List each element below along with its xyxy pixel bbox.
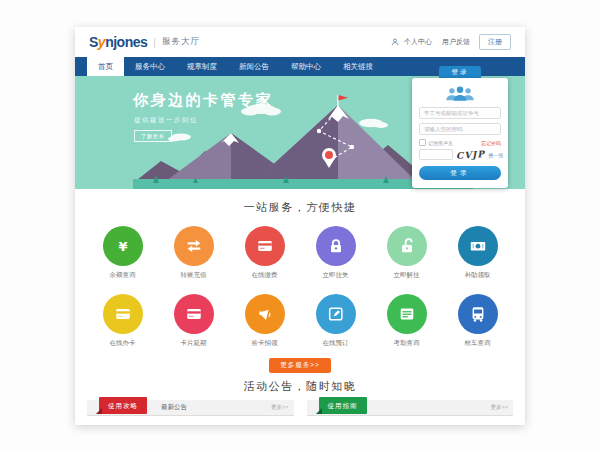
service-label: 在线缴费: [229, 271, 300, 280]
card-icon: [103, 294, 143, 334]
tab-latest-announcements[interactable]: 最新公告: [161, 403, 187, 412]
captcha-image[interactable]: CVJP: [456, 148, 486, 160]
captcha-input[interactable]: [419, 149, 453, 160]
right-more-link[interactable]: 更多>>: [491, 404, 513, 411]
service-item-10[interactable]: 考勤查询: [371, 285, 442, 353]
service-item-1[interactable]: 转账充值: [158, 217, 229, 285]
nav-item-0[interactable]: 首页: [87, 57, 124, 76]
right-tabbar: 使用指南 更多>>: [307, 400, 514, 416]
login-tab[interactable]: 登录: [439, 66, 481, 78]
service-item-8[interactable]: 捡卡招领: [229, 285, 300, 353]
forgot-password-link[interactable]: 忘记密码: [481, 140, 501, 146]
megaphone-icon: [245, 294, 285, 334]
service-label: 考勤查询: [371, 339, 442, 348]
services-title: 一站服务，方便快捷: [75, 200, 525, 215]
left-more-link[interactable]: 更多>>: [271, 404, 293, 411]
login-card: 记住用户名 忘记密码 CVJP 换一张 登录: [412, 78, 508, 188]
yuan-icon: ¥: [103, 226, 143, 266]
user-feedback-link[interactable]: 用户反馈: [442, 37, 470, 47]
service-label: 在线预订: [300, 339, 371, 348]
bus-icon: [458, 294, 498, 334]
services-grid: ¥余额查询转账充值在线缴费立即挂失立即解挂补助领取在线办卡卡片延期捡卡招领在线预…: [87, 217, 513, 353]
service-label: 余额查询: [87, 271, 158, 280]
card-icon: [245, 226, 285, 266]
tab-usage-guide[interactable]: 使用指南: [319, 397, 367, 414]
service-label: 校车查询: [442, 339, 513, 348]
users-icon: [442, 85, 478, 103]
announcements-title: 活动公告，随时知晓: [75, 379, 525, 394]
remember-checkbox[interactable]: [419, 139, 426, 146]
flag-icon: [337, 95, 338, 106]
service-item-2[interactable]: 在线缴费: [229, 217, 300, 285]
nav-item-1[interactable]: 服务中心: [124, 57, 176, 76]
username-input[interactable]: [419, 107, 501, 119]
logo-part3: njones: [105, 34, 147, 50]
login-submit-button[interactable]: 登录: [419, 166, 501, 180]
service-item-5[interactable]: 补助领取: [442, 217, 513, 285]
edit-icon: [316, 294, 356, 334]
nav-item-2[interactable]: 规章制度: [176, 57, 228, 76]
page: Synjones | 服务大厅 个人中心 用户反馈 注册 首页服务中心规章制度新…: [75, 27, 525, 425]
personal-center-link[interactable]: 个人中心: [404, 37, 432, 47]
service-item-3[interactable]: 立即挂失: [300, 217, 371, 285]
hero-title: 你身边的卡管专家: [133, 91, 273, 110]
service-item-11[interactable]: 校车查询: [442, 285, 513, 353]
logo-separator: |: [153, 37, 156, 48]
unlock-icon: [387, 226, 427, 266]
logo-part2: y: [98, 34, 105, 50]
nav-item-3[interactable]: 新闻公告: [228, 57, 280, 76]
logo: Synjones: [89, 34, 147, 50]
remember-label: 记住用户名: [428, 140, 453, 146]
service-item-0[interactable]: ¥余额查询: [87, 217, 158, 285]
service-item-9[interactable]: 在线预订: [300, 285, 371, 353]
announcement-columns: 使用攻略 最新公告 更多>> 使用指南 更多>>: [87, 400, 513, 416]
hero-subtitle: 提供建设一步到位: [134, 116, 198, 125]
hero-cta-button[interactable]: 了解更多: [134, 130, 172, 142]
service-label: 捡卡招领: [229, 339, 300, 348]
service-label: 转账充值: [158, 271, 229, 280]
portal-name: 服务大厅: [162, 36, 200, 48]
announcements-section: 活动公告，随时知晓 使用攻略 最新公告 更多>> 使用指南 更多>>: [75, 379, 525, 416]
service-label: 补助领取: [442, 271, 513, 280]
header: Synjones | 服务大厅 个人中心 用户反馈 注册: [75, 27, 525, 57]
service-label: 在线办卡: [87, 339, 158, 348]
service-item-4[interactable]: 立即解挂: [371, 217, 442, 285]
announcement-column-right: 使用指南 更多>>: [307, 400, 514, 416]
remember-row: 记住用户名 忘记密码: [419, 139, 501, 146]
list-icon: [387, 294, 427, 334]
login-panel: 登录 记住用户名 忘记密码 CVJP 换一张 登录: [412, 66, 508, 188]
service-item-7[interactable]: 卡片延期: [158, 285, 229, 353]
captcha-refresh-link[interactable]: 换一张: [488, 152, 503, 158]
logo-part1: S: [89, 34, 98, 50]
captcha-row: CVJP 换一张: [419, 149, 501, 160]
service-label: 卡片延期: [158, 339, 229, 348]
service-item-6[interactable]: 在线办卡: [87, 285, 158, 353]
register-button[interactable]: 注册: [479, 34, 511, 50]
person-icon: [391, 38, 399, 46]
nav-item-5[interactable]: 相关链接: [332, 57, 384, 76]
svg-text:¥: ¥: [118, 239, 127, 254]
service-label: 立即挂失: [300, 271, 371, 280]
banknote-icon: [458, 226, 498, 266]
transfer-icon: [174, 226, 214, 266]
nav-item-4[interactable]: 帮助中心: [280, 57, 332, 76]
card-icon: [174, 294, 214, 334]
left-tabbar: 使用攻略 最新公告 更多>>: [87, 400, 294, 416]
lock-icon: [316, 226, 356, 266]
tab-usage-strategy[interactable]: 使用攻略: [99, 397, 147, 414]
password-input[interactable]: [419, 123, 501, 135]
more-services-button[interactable]: 更多服务>>: [269, 358, 331, 373]
announcement-column-left: 使用攻略 最新公告 更多>>: [87, 400, 294, 416]
services-section: 一站服务，方便快捷 ¥余额查询转账充值在线缴费立即挂失立即解挂补助领取在线办卡卡…: [75, 189, 525, 373]
service-label: 立即解挂: [371, 271, 442, 280]
